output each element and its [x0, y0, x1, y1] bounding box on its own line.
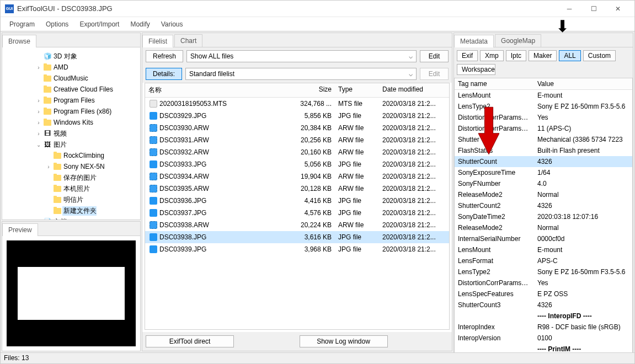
- tree-arrow-icon[interactable]: ›: [35, 109, 42, 115]
- show-log-button[interactable]: Show Log window: [300, 335, 388, 347]
- tree-item[interactable]: ›Windows Kits: [4, 117, 138, 128]
- file-row[interactable]: DSC03934.ARW19,904 KBARW file2020/03/18 …: [145, 170, 449, 183]
- metadata-row[interactable]: SonyDateTime22020:03:18 12:07:16: [455, 211, 632, 222]
- tree-item[interactable]: ⌄🖼图片: [4, 139, 138, 150]
- col-type[interactable]: Type: [335, 83, 379, 97]
- file-row[interactable]: DSC03935.ARW20,128 KBARW file2020/03/18 …: [145, 183, 449, 195]
- col-tagname[interactable]: Tag name: [455, 78, 534, 89]
- workspace-button[interactable]: Workspace: [457, 64, 495, 75]
- file-row[interactable]: DSC03938.ARW20,224 KBARW file2020/03/18 …: [145, 219, 449, 231]
- exiftool-direct-button[interactable]: ExifTool direct: [146, 335, 234, 347]
- show-files-combo[interactable]: Show ALL files ⌵: [186, 50, 417, 62]
- meta-btn-custom[interactable]: Custom: [583, 50, 616, 61]
- tree-item[interactable]: 保存的图片: [4, 172, 138, 183]
- maximize-button[interactable]: ☐: [581, 1, 606, 17]
- tab-metadata[interactable]: Metadata: [454, 35, 494, 47]
- metadata-row[interactable]: InteropVersion0100: [455, 333, 632, 344]
- meta-btn-exif[interactable]: Exif: [457, 50, 478, 61]
- tree-arrow-icon[interactable]: ›: [35, 120, 42, 126]
- metadata-row[interactable]: FlashStatusBuilt-in Flash present: [455, 145, 632, 156]
- metadata-header[interactable]: Tag name Value: [455, 78, 632, 90]
- refresh-button[interactable]: Refresh: [146, 50, 183, 62]
- file-row[interactable]: DSC03936.JPG4,416 KBJPG file2020/03/18 2…: [145, 195, 449, 207]
- file-row[interactable]: DSC03930.ARW20,384 KBARW file2020/03/18 …: [145, 122, 449, 134]
- tree-arrow-icon[interactable]: ›: [45, 164, 52, 170]
- file-row[interactable]: DSC03933.JPG5,056 KBJPG file2020/03/18 2…: [145, 158, 449, 170]
- metadata-row[interactable]: DistortionCorrParamsPreseYes: [455, 112, 632, 123]
- meta-btn-maker[interactable]: Maker: [529, 50, 557, 61]
- close-button[interactable]: ✕: [606, 1, 630, 17]
- tree-arrow-icon[interactable]: ›: [35, 98, 42, 104]
- col-value[interactable]: Value: [534, 78, 632, 89]
- menu-modify[interactable]: Modify: [125, 18, 155, 30]
- metadata-row[interactable]: InteropIndexR98 - DCF basic file (sRGB): [455, 322, 632, 333]
- metadata-row[interactable]: InternalSerialNumber0000cf0d: [455, 233, 632, 244]
- tree-item[interactable]: ›Sony NEX-5N: [4, 161, 138, 172]
- tree-item[interactable]: CloudMusic: [4, 73, 138, 84]
- meta-btn-xmp[interactable]: Xmp: [480, 50, 504, 61]
- tree-item[interactable]: 明信片: [4, 194, 138, 205]
- tree-arrow-icon[interactable]: ›: [35, 131, 42, 137]
- meta-btn-iptc[interactable]: Iptc: [506, 50, 526, 61]
- metadata-row[interactable]: ShutterMechanical (3386 5734 7223: [455, 134, 632, 145]
- metadata-row[interactable]: ShutterCount34326: [455, 299, 632, 311]
- metadata-row[interactable]: LensType2Sony E PZ 16-50mm F3.5-5.6: [455, 266, 632, 277]
- tab-filelist[interactable]: Filelist: [142, 35, 173, 47]
- tree-arrow-icon[interactable]: ›: [35, 65, 42, 71]
- menu-options[interactable]: Options: [40, 18, 74, 30]
- tab-preview[interactable]: Preview: [2, 223, 38, 236]
- menu-exportimport[interactable]: Export/Import: [74, 18, 125, 30]
- col-size[interactable]: Size: [289, 83, 335, 97]
- file-row[interactable]: DSC03929.JPG5,856 KBJPG file2020/03/18 2…: [145, 110, 449, 122]
- tab-chart[interactable]: Chart: [174, 34, 202, 47]
- col-name[interactable]: 名称: [145, 83, 289, 97]
- file-name: DSC03938.ARW: [159, 221, 209, 229]
- metadata-row[interactable]: LensMountE-mount: [455, 244, 632, 255]
- minimize-button[interactable]: ─: [557, 1, 581, 17]
- tree-item[interactable]: ›📄文档: [4, 216, 138, 220]
- edit-filter-button[interactable]: Edit: [420, 50, 449, 62]
- menu-program[interactable]: Program: [4, 18, 40, 30]
- tab-browse[interactable]: Browse: [2, 35, 36, 47]
- metadata-row[interactable]: ShutterCount24326: [455, 200, 632, 211]
- metadata-row[interactable]: DistortionCorrParamsPreseYes: [455, 277, 632, 288]
- view-combo[interactable]: Standard filelist ⌵: [185, 68, 417, 80]
- tree-item[interactable]: ›Program Files (x86): [4, 106, 138, 117]
- tree-item[interactable]: ›AMD: [4, 62, 138, 73]
- tree-item[interactable]: 本机照片: [4, 183, 138, 194]
- metadata-row[interactable]: ReleaseMode2Normal: [455, 222, 632, 233]
- tag-name: [455, 344, 534, 352]
- filelist-header[interactable]: 名称 Size Type Date modified: [145, 83, 449, 98]
- file-row[interactable]: DSC03937.JPG4,576 KBJPG file2020/03/18 2…: [145, 207, 449, 219]
- metadata-row[interactable]: ---- PrintIM ----: [455, 344, 632, 352]
- metadata-row[interactable]: ShutterCount4326: [455, 156, 632, 167]
- tree-item[interactable]: 新建文件夹: [4, 205, 138, 216]
- metadata-row[interactable]: LensType2Sony E PZ 16-50mm F3.5-5.6: [455, 101, 632, 112]
- tree-item[interactable]: Creative Cloud Files: [4, 84, 138, 95]
- col-date[interactable]: Date modified: [379, 83, 449, 97]
- meta-btn-all[interactable]: ALL: [559, 50, 580, 61]
- tree-item[interactable]: ›Program Files: [4, 95, 138, 106]
- metadata-row[interactable]: ---- InteropIFD ----: [455, 311, 632, 322]
- tree-item[interactable]: ›🎞视频: [4, 128, 138, 139]
- tree-item[interactable]: RockClimbing: [4, 150, 138, 161]
- details-button[interactable]: Details:: [146, 68, 182, 80]
- file-row[interactable]: DSC03938.JPG3,616 KBJPG file2020/03/18 2…: [145, 231, 449, 243]
- file-row[interactable]: DSC03939.JPG3,968 KBJPG file2020/03/18 2…: [145, 243, 449, 255]
- metadata-row[interactable]: LensMountE-mount: [455, 90, 632, 101]
- file-row[interactable]: DSC03932.ARW20,160 KBARW file2020/03/18 …: [145, 146, 449, 158]
- tree-arrow-icon[interactable]: ⌄: [35, 142, 42, 148]
- metadata-row[interactable]: LensFormatAPS-C: [455, 255, 632, 266]
- metadata-row[interactable]: DistortionCorrParamsNum11 (APS-C): [455, 123, 632, 134]
- menu-various[interactable]: Various: [156, 18, 189, 30]
- metadata-row[interactable]: LensSpecFeaturesE PZ OSS: [455, 288, 632, 299]
- tree-arrow-icon[interactable]: ›: [35, 219, 42, 220]
- metadata-row[interactable]: SonyFNumber4.0: [455, 178, 632, 189]
- tree-item[interactable]: 🧊3D 对象: [4, 51, 138, 62]
- file-row[interactable]: 20200318195053.MTS324,768 ...MTS file202…: [145, 98, 449, 110]
- folder-tree[interactable]: 🧊3D 对象›AMDCloudMusicCreative Cloud Files…: [2, 47, 140, 220]
- metadata-row[interactable]: ReleaseMode2Normal: [455, 189, 632, 200]
- tab-googlemap[interactable]: GoogleMap: [495, 34, 541, 47]
- file-row[interactable]: DSC03931.ARW20,256 KBARW file2020/03/18 …: [145, 134, 449, 146]
- metadata-row[interactable]: SonyExposureTime1/64: [455, 167, 632, 178]
